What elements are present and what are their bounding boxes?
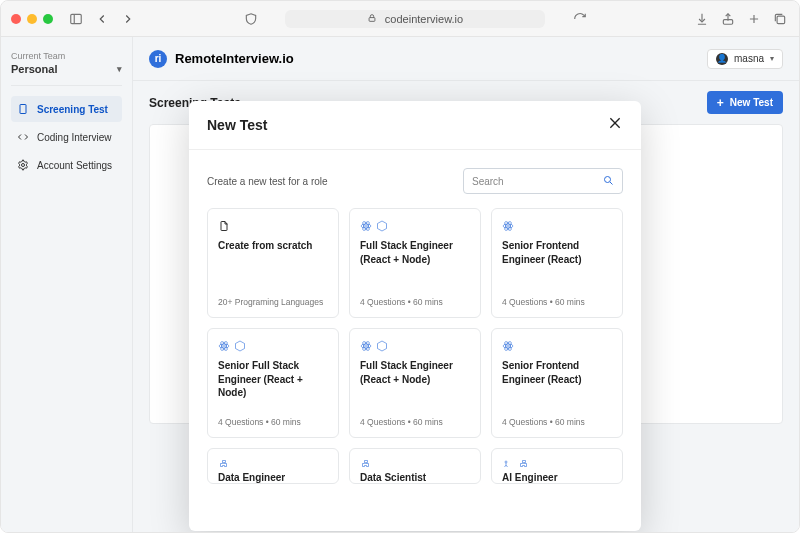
react-icon xyxy=(502,340,514,352)
react-icon xyxy=(360,340,372,352)
svg-marker-31 xyxy=(378,341,387,351)
template-card[interactable]: Data Engineer xyxy=(207,448,339,484)
python-icon xyxy=(218,459,328,471)
card-title: AI Engineer xyxy=(502,471,612,484)
template-card-scratch[interactable]: Create from scratch 20+ Programing Langu… xyxy=(207,208,339,318)
tech-icons xyxy=(502,219,612,233)
page-content: Current Team Personal ▾ Screening Test C… xyxy=(1,37,799,532)
file-icon xyxy=(218,219,328,233)
team-value: Personal xyxy=(11,63,57,75)
tech-icons xyxy=(218,339,328,353)
svg-point-8 xyxy=(22,164,25,167)
sidebar-item-coding-interview[interactable]: Coding Interview xyxy=(11,124,122,150)
new-test-button[interactable]: + New Test xyxy=(707,91,783,114)
team-selector[interactable]: Personal ▾ xyxy=(11,63,122,86)
tech-icons xyxy=(360,219,470,233)
close-button[interactable] xyxy=(607,115,623,135)
template-card[interactable]: Full Stack Engineer (React + Node) 4 Que… xyxy=(349,208,481,318)
url-text: codeinterview.io xyxy=(385,13,463,25)
sidebar-item-screening-test[interactable]: Screening Test xyxy=(11,96,122,122)
card-meta: 4 Questions • 60 mins xyxy=(502,297,612,307)
back-button[interactable] xyxy=(93,11,111,27)
window-controls xyxy=(11,14,53,24)
card-title: Data Engineer xyxy=(218,471,328,484)
template-card[interactable]: Full Stack Engineer (React + Node) 4 Que… xyxy=(349,328,481,438)
browser-window: codeinterview.io Current Team xyxy=(0,0,800,533)
template-card[interactable]: Senior Frontend Engineer (React) 4 Quest… xyxy=(491,208,623,318)
svg-point-35 xyxy=(507,345,509,347)
new-test-label: New Test xyxy=(730,97,773,108)
card-title: Data Scientist xyxy=(360,471,470,484)
avatar: 👤 xyxy=(716,53,728,65)
search-input[interactable]: Search xyxy=(463,168,623,194)
brand: ri RemoteInterview.io xyxy=(149,50,294,68)
app-header: ri RemoteInterview.io 👤 masna ▾ xyxy=(133,37,799,81)
download-icon[interactable] xyxy=(693,11,711,27)
node-icon xyxy=(376,220,388,232)
search-icon xyxy=(602,174,614,188)
node-icon xyxy=(376,340,388,352)
shield-icon[interactable] xyxy=(242,11,260,27)
brand-logo: ri xyxy=(149,50,167,68)
modal-subtitle: Create a new test for a role xyxy=(207,176,328,187)
node-icon xyxy=(234,340,246,352)
new-tab-icon[interactable] xyxy=(745,11,763,27)
forward-button[interactable] xyxy=(119,11,137,27)
card-title: Full Stack Engineer (React + Node) xyxy=(360,239,470,266)
user-menu[interactable]: 👤 masna ▾ xyxy=(707,49,783,69)
template-grid: Create from scratch 20+ Programing Langu… xyxy=(207,208,623,484)
sidebar-item-label: Coding Interview xyxy=(37,132,111,143)
svg-rect-0 xyxy=(71,14,82,23)
browser-titlebar: codeinterview.io xyxy=(1,1,799,37)
code-icon xyxy=(17,131,29,143)
svg-point-30 xyxy=(365,345,367,347)
react-icon xyxy=(360,220,372,232)
card-meta: 4 Questions • 60 mins xyxy=(360,417,470,427)
card-meta: 20+ Programing Languages xyxy=(218,297,328,307)
chevron-down-icon: ▾ xyxy=(117,64,122,74)
lock-icon xyxy=(367,13,377,25)
modal-subheader: Create a new test for a role Search xyxy=(207,168,623,194)
sidebar-item-account-settings[interactable]: Account Settings xyxy=(11,152,122,178)
card-meta: 4 Questions • 60 mins xyxy=(360,297,470,307)
svg-marker-17 xyxy=(378,221,387,231)
card-title: Senior Frontend Engineer (React) xyxy=(502,359,612,386)
template-card[interactable]: Senior Full Stack Engineer (React + Node… xyxy=(207,328,339,438)
card-title: Create from scratch xyxy=(218,239,328,253)
chevron-down-icon: ▾ xyxy=(770,54,774,63)
share-icon[interactable] xyxy=(719,11,737,27)
tabs-icon[interactable] xyxy=(771,11,789,27)
card-meta: 4 Questions • 60 mins xyxy=(502,417,612,427)
document-icon xyxy=(17,103,29,115)
search-placeholder: Search xyxy=(472,176,504,187)
app-sidebar: Current Team Personal ▾ Screening Test C… xyxy=(1,37,133,532)
svg-point-21 xyxy=(507,225,509,227)
minimize-window-button[interactable] xyxy=(27,14,37,24)
brand-title: RemoteInterview.io xyxy=(175,51,294,66)
modal-body: Create a new test for a role Search xyxy=(189,150,641,484)
reload-button[interactable] xyxy=(571,11,589,27)
svg-point-25 xyxy=(223,345,225,347)
python-icon xyxy=(360,459,470,471)
modal-header: New Test xyxy=(189,101,641,150)
sidebar-item-label: Screening Test xyxy=(37,104,108,115)
plus-icon: + xyxy=(717,98,724,108)
card-title: Senior Full Stack Engineer (React + Node… xyxy=(218,359,328,400)
template-card[interactable]: Data Scientist xyxy=(349,448,481,484)
template-card[interactable]: AI Engineer xyxy=(491,448,623,484)
close-window-button[interactable] xyxy=(11,14,21,24)
template-card[interactable]: Senior Frontend Engineer (React) 4 Quest… xyxy=(491,328,623,438)
svg-point-36 xyxy=(505,461,507,463)
modal-title: New Test xyxy=(207,117,267,133)
ai-icon xyxy=(502,459,612,471)
sidebar-toggle-icon[interactable] xyxy=(67,11,85,27)
team-label: Current Team xyxy=(11,51,122,61)
svg-point-11 xyxy=(605,177,611,183)
react-icon xyxy=(218,340,230,352)
react-icon xyxy=(502,220,514,232)
maximize-window-button[interactable] xyxy=(43,14,53,24)
svg-line-12 xyxy=(610,182,613,185)
tech-icons xyxy=(360,339,470,353)
sidebar-item-label: Account Settings xyxy=(37,160,112,171)
address-bar[interactable]: codeinterview.io xyxy=(268,10,563,28)
